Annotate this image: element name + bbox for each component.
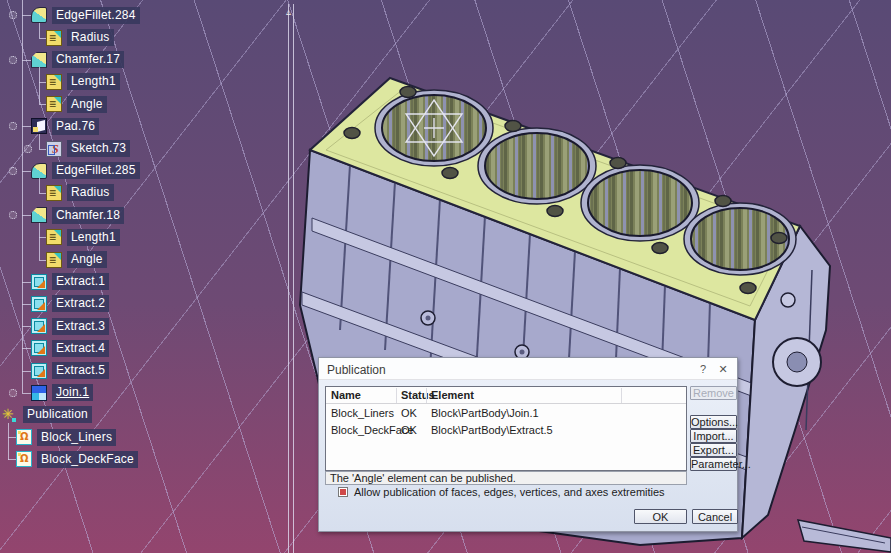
tree-node-label[interactable]: Join.1	[52, 384, 93, 401]
tree-node-radius[interactable]: Radius	[46, 184, 114, 202]
tree-node-label[interactable]: Chamfer.18	[52, 207, 124, 224]
tree-node-chamfer-17[interactable]: Chamfer.17	[31, 51, 124, 69]
tree-connector	[22, 15, 31, 16]
publication-row-block_liners[interactable]: Block_LinersOKBlock\PartBody\Join.1	[326, 405, 686, 422]
tree-node-length1[interactable]: Length1	[46, 228, 120, 246]
edgefillet-icon	[31, 7, 47, 23]
tree-node-extract-3[interactable]: Extract.3	[31, 317, 109, 335]
export-button[interactable]: Export...	[690, 443, 737, 457]
options-button[interactable]: Options...	[690, 415, 737, 429]
tree-node-label[interactable]: Angle	[67, 96, 107, 113]
tree-separator-line[interactable]	[288, 4, 289, 553]
cancel-button[interactable]: Cancel	[692, 509, 738, 524]
parameter-icon	[46, 185, 62, 201]
remove-button[interactable]: Remove	[690, 386, 737, 400]
column-divider	[621, 388, 622, 403]
dialog-titlebar[interactable]: Publication ? ✕	[319, 358, 737, 380]
tree-connector	[39, 38, 46, 39]
tree-node-label[interactable]: Block_Liners	[37, 429, 116, 446]
expand-toggle[interactable]	[24, 145, 32, 153]
close-icon[interactable]: ✕	[715, 362, 731, 377]
tree-node-block-deckface[interactable]: Block_DeckFace	[16, 450, 138, 468]
tree-node-label[interactable]: EdgeFillet.284	[52, 7, 140, 24]
tree-node-label[interactable]: Length1	[67, 73, 120, 90]
expand-toggle[interactable]	[9, 122, 17, 130]
extract-icon	[31, 340, 47, 356]
tree-separator-line-2[interactable]	[293, 4, 294, 553]
cell-status: OK	[401, 407, 417, 419]
tree-node-publication[interactable]: Publication	[2, 406, 92, 424]
allow-publication-checkbox[interactable]	[338, 487, 348, 497]
tree-node-edgefillet-284[interactable]: EdgeFillet.284	[31, 6, 140, 24]
extract-icon	[31, 274, 47, 290]
tree-node-pad-76[interactable]: Pad.76	[31, 117, 99, 135]
tree-connector	[39, 67, 40, 104]
column-header-name[interactable]: Name	[331, 389, 361, 401]
help-icon[interactable]: ?	[695, 362, 711, 377]
expand-toggle[interactable]	[9, 211, 17, 219]
chamfer-icon	[31, 207, 47, 223]
tree-node-edgefillet-285[interactable]: EdgeFillet.285	[31, 162, 140, 180]
extract-icon	[31, 363, 47, 379]
join-icon	[31, 385, 47, 401]
tree-node-angle[interactable]: Angle	[46, 251, 107, 269]
allow-publication-label: Allow publication of faces, edges, verti…	[354, 486, 665, 498]
tree-node-label[interactable]: Length1	[67, 229, 120, 246]
tree-node-extract-5[interactable]: Extract.5	[31, 362, 109, 380]
tree-connector	[39, 260, 46, 261]
tree-node-extract-4[interactable]: Extract.4	[31, 339, 109, 357]
tree-node-label[interactable]: Extract.2	[52, 295, 109, 312]
tree-connector	[39, 104, 46, 105]
ok-button[interactable]: OK	[634, 509, 687, 524]
publication-row-block_deckface[interactable]: Block_DeckFaceOKBlock\PartBody\Extract.5	[326, 422, 686, 439]
pubitem-icon	[16, 429, 32, 445]
tree-connector	[22, 304, 31, 305]
tree-connector	[39, 149, 46, 150]
tree-node-label[interactable]: Extract.1	[52, 273, 109, 290]
tree-node-label[interactable]: Angle	[67, 251, 107, 268]
pubitem-icon	[16, 451, 32, 467]
tree-node-angle[interactable]: Angle	[46, 95, 107, 113]
tree-node-sketch-73[interactable]: Sketch.73	[46, 140, 130, 158]
parameter-button[interactable]: Parameter...	[690, 457, 737, 471]
import-button[interactable]: Import...	[690, 429, 737, 443]
sketch-icon	[46, 141, 62, 157]
tree-node-label[interactable]: Block_DeckFace	[37, 451, 138, 468]
engine-block-skirt	[798, 520, 891, 552]
tree-connector	[39, 23, 40, 38]
tree-node-label[interactable]: Chamfer.17	[52, 51, 124, 68]
tree-node-length1[interactable]: Length1	[46, 73, 120, 91]
tree-node-radius[interactable]: Radius	[46, 29, 114, 47]
status-message: The 'Angle' element can be published.	[325, 471, 687, 485]
specification-tree: EdgeFillet.284RadiusChamfer.17Length1Ang…	[0, 0, 300, 553]
tree-connector	[8, 423, 9, 460]
edgefillet-icon	[31, 163, 47, 179]
dialog-title: Publication	[327, 363, 386, 377]
publication-icon	[2, 407, 18, 423]
tree-node-label[interactable]: Radius	[67, 29, 114, 46]
tree-node-extract-1[interactable]: Extract.1	[31, 273, 109, 291]
tree-node-label[interactable]: Pad.76	[52, 118, 99, 135]
column-header-element[interactable]: Element	[431, 389, 474, 401]
tree-connector	[8, 459, 16, 460]
tree-node-join-1[interactable]: Join.1	[31, 384, 93, 402]
tree-node-chamfer-18[interactable]: Chamfer.18	[31, 206, 124, 224]
tree-node-label[interactable]: Sketch.73	[67, 140, 130, 157]
tree-scroll-handle[interactable]: ▵	[281, 4, 296, 19]
tree-node-extract-2[interactable]: Extract.2	[31, 295, 109, 313]
expand-toggle[interactable]	[9, 56, 17, 64]
tree-node-label[interactable]: EdgeFillet.285	[52, 162, 140, 179]
tree-node-label[interactable]: Publication	[23, 406, 92, 423]
column-header-status[interactable]: Status	[401, 389, 435, 401]
tree-node-label[interactable]: Extract.5	[52, 362, 109, 379]
table-header-row: Name Status Element	[326, 387, 686, 404]
cell-status: OK	[401, 424, 417, 436]
expand-toggle[interactable]	[9, 11, 17, 19]
expand-toggle[interactable]	[9, 389, 17, 397]
tree-node-label[interactable]: Radius	[67, 184, 114, 201]
tree-node-label[interactable]: Extract.3	[52, 318, 109, 335]
tree-connector	[22, 371, 31, 372]
expand-toggle[interactable]	[9, 167, 17, 175]
tree-node-label[interactable]: Extract.4	[52, 340, 109, 357]
tree-node-block-liners[interactable]: Block_Liners	[16, 428, 116, 446]
